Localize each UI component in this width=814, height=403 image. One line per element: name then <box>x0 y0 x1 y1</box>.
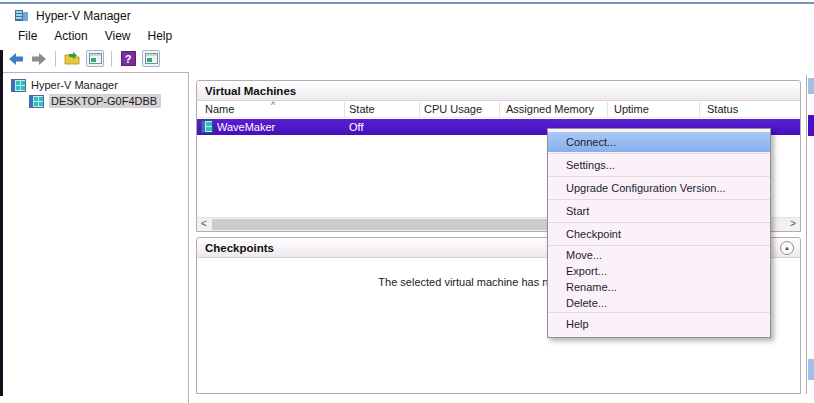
menu-separator <box>548 153 770 154</box>
column-header-assigned-memory[interactable]: Assigned Memory <box>506 103 594 115</box>
tree-root-label: Hyper-V Manager <box>31 79 118 91</box>
title-bar: Hyper-V Manager <box>14 8 131 23</box>
host-server-icon <box>29 95 44 108</box>
menu-action[interactable]: Action <box>54 29 87 43</box>
scroll-left-icon[interactable]: < <box>197 218 211 231</box>
column-header-cpu-usage[interactable]: CPU Usage <box>424 103 482 115</box>
vm-panel-title: Virtual Machines <box>197 81 800 101</box>
menu-file[interactable]: File <box>18 29 37 43</box>
menu-separator <box>548 176 770 177</box>
scroll-right-icon[interactable]: > <box>786 218 800 231</box>
tree-item-host[interactable]: DESKTOP-G0F4DBB <box>3 93 188 109</box>
collapse-panel-icon[interactable]: ▲ <box>780 241 794 255</box>
menu-item-rename[interactable]: Rename... <box>548 279 770 295</box>
window-title: Hyper-V Manager <box>36 9 131 23</box>
actions-pane-fragment <box>808 115 814 136</box>
menu-help[interactable]: Help <box>148 29 173 43</box>
tree-item-hyperv-manager[interactable]: Hyper-V Manager <box>3 77 188 93</box>
actions-pane-edge <box>806 75 814 394</box>
menu-separator <box>548 245 770 246</box>
vm-name-cell: WaveMaker <box>217 121 275 133</box>
console-window-icon[interactable] <box>142 50 160 67</box>
toolbar: ? <box>7 48 160 69</box>
menu-item-delete[interactable]: Delete... <box>548 295 770 311</box>
menu-item-settings[interactable]: Settings... <box>548 155 770 175</box>
window-top-border <box>0 2 814 4</box>
console-window-icon[interactable] <box>86 50 104 67</box>
column-header-uptime[interactable]: Uptime <box>614 103 649 115</box>
console-tree-panel: Hyper-V Manager DESKTOP-G0F4DBB <box>3 72 189 403</box>
hyperv-manager-window: Hyper-V Manager File Action View Help <box>0 0 814 403</box>
column-header-status[interactable]: Status <box>707 103 738 115</box>
app-icon <box>14 8 29 23</box>
toolbar-separator <box>111 51 112 67</box>
menu-item-checkpoint[interactable]: Checkpoint <box>548 224 770 244</box>
column-divider <box>344 102 345 117</box>
column-header-name[interactable]: Name <box>205 103 234 115</box>
vm-state-cell: Off <box>349 121 363 133</box>
vm-icon <box>201 120 213 133</box>
checkpoints-title-label: Checkpoints <box>205 242 274 254</box>
column-divider <box>607 102 608 117</box>
tree-host-label: DESKTOP-G0F4DBB <box>49 94 161 108</box>
column-divider <box>419 102 420 117</box>
menu-view[interactable]: View <box>105 29 131 43</box>
menu-item-move[interactable]: Move... <box>548 247 770 263</box>
column-header-state[interactable]: State <box>349 103 375 115</box>
back-arrow-icon[interactable] <box>7 50 25 67</box>
menu-separator <box>548 222 770 223</box>
column-divider <box>699 102 700 117</box>
open-folder-icon[interactable] <box>63 50 81 67</box>
actions-pane-fragment <box>808 359 814 380</box>
help-icon[interactable]: ? <box>119 50 137 67</box>
actions-pane-fragment <box>808 78 814 94</box>
toolbar-separator <box>55 51 56 67</box>
menu-item-start[interactable]: Start <box>548 201 770 221</box>
menu-separator <box>548 199 770 200</box>
menu-item-export[interactable]: Export... <box>548 263 770 279</box>
forward-arrow-icon[interactable] <box>30 50 48 67</box>
menu-item-help[interactable]: Help <box>548 314 770 334</box>
vm-context-menu: Connect... Settings... Upgrade Configura… <box>547 128 771 338</box>
menu-item-connect[interactable]: Connect... <box>548 132 770 152</box>
console-root-icon <box>11 79 26 92</box>
menu-separator <box>548 312 770 313</box>
sort-ascending-icon: ^ <box>271 100 275 110</box>
menu-bar: File Action View Help <box>18 29 172 43</box>
column-divider <box>499 102 500 117</box>
vm-table-header: Name ^ State CPU Usage Assigned Memory U… <box>197 101 800 118</box>
menu-item-upgrade-configuration-version[interactable]: Upgrade Configuration Version... <box>548 178 770 198</box>
